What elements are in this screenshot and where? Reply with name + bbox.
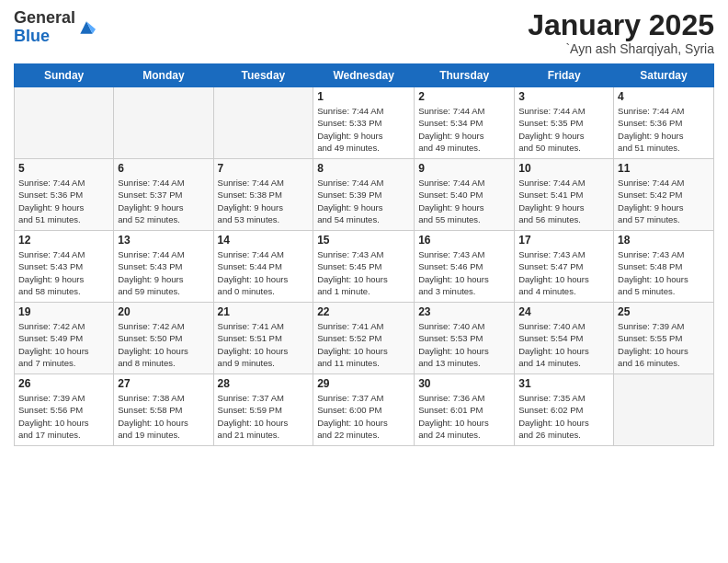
header-saturday: Saturday bbox=[614, 64, 714, 87]
day-info: Sunrise: 7:39 AM Sunset: 5:55 PM Dayligh… bbox=[618, 320, 710, 369]
day-info: Sunrise: 7:44 AM Sunset: 5:39 PM Dayligh… bbox=[317, 177, 410, 225]
day-number: 15 bbox=[317, 234, 410, 247]
calendar-cell: 24Sunrise: 7:40 AM Sunset: 5:54 PM Dayli… bbox=[515, 303, 614, 374]
day-info: Sunrise: 7:40 AM Sunset: 5:53 PM Dayligh… bbox=[418, 320, 510, 369]
day-number: 6 bbox=[118, 162, 209, 175]
day-number: 28 bbox=[218, 377, 310, 390]
day-number: 11 bbox=[618, 162, 710, 175]
calendar-cell: 8Sunrise: 7:44 AM Sunset: 5:39 PM Daylig… bbox=[313, 159, 415, 231]
calendar-cell: 21Sunrise: 7:41 AM Sunset: 5:51 PM Dayli… bbox=[213, 303, 313, 374]
day-number: 20 bbox=[118, 305, 209, 318]
day-number: 8 bbox=[317, 162, 410, 175]
day-number: 16 bbox=[418, 234, 510, 247]
day-number: 19 bbox=[18, 305, 109, 318]
day-info: Sunrise: 7:43 AM Sunset: 5:45 PM Dayligh… bbox=[317, 248, 410, 297]
calendar-cell: 25Sunrise: 7:39 AM Sunset: 5:55 PM Dayli… bbox=[614, 303, 714, 374]
day-info: Sunrise: 7:40 AM Sunset: 5:54 PM Dayligh… bbox=[518, 320, 609, 369]
day-info: Sunrise: 7:38 AM Sunset: 5:58 PM Dayligh… bbox=[118, 392, 209, 441]
calendar-cell: 19Sunrise: 7:42 AM Sunset: 5:49 PM Dayli… bbox=[15, 303, 114, 374]
logo: General Blue bbox=[14, 9, 96, 46]
day-info: Sunrise: 7:36 AM Sunset: 6:01 PM Dayligh… bbox=[418, 392, 510, 441]
day-number: 21 bbox=[218, 305, 310, 318]
day-number: 7 bbox=[218, 162, 310, 175]
calendar-cell: 31Sunrise: 7:35 AM Sunset: 6:02 PM Dayli… bbox=[515, 374, 614, 446]
calendar-cell: 26Sunrise: 7:39 AM Sunset: 5:56 PM Dayli… bbox=[15, 374, 114, 446]
day-number: 12 bbox=[18, 234, 109, 247]
day-number: 3 bbox=[518, 90, 609, 103]
logo-text: General Blue bbox=[14, 9, 96, 46]
day-info: Sunrise: 7:44 AM Sunset: 5:43 PM Dayligh… bbox=[118, 248, 209, 297]
calendar-cell: 7Sunrise: 7:44 AM Sunset: 5:38 PM Daylig… bbox=[213, 159, 313, 231]
day-info: Sunrise: 7:44 AM Sunset: 5:33 PM Dayligh… bbox=[317, 105, 410, 154]
day-info: Sunrise: 7:44 AM Sunset: 5:36 PM Dayligh… bbox=[618, 105, 710, 154]
calendar-cell: 5Sunrise: 7:44 AM Sunset: 5:36 PM Daylig… bbox=[15, 159, 114, 231]
calendar-cell: 22Sunrise: 7:41 AM Sunset: 5:52 PM Dayli… bbox=[313, 303, 415, 374]
header-tuesday: Tuesday bbox=[213, 64, 313, 87]
calendar-table: Sunday Monday Tuesday Wednesday Thursday… bbox=[14, 63, 714, 446]
calendar-cell: 16Sunrise: 7:43 AM Sunset: 5:46 PM Dayli… bbox=[415, 231, 515, 303]
day-info: Sunrise: 7:44 AM Sunset: 5:43 PM Dayligh… bbox=[18, 248, 109, 297]
day-number: 14 bbox=[218, 234, 310, 247]
day-info: Sunrise: 7:44 AM Sunset: 5:36 PM Dayligh… bbox=[18, 177, 109, 225]
calendar-cell: 4Sunrise: 7:44 AM Sunset: 5:36 PM Daylig… bbox=[614, 87, 714, 159]
day-info: Sunrise: 7:43 AM Sunset: 5:47 PM Dayligh… bbox=[518, 248, 609, 297]
header-thursday: Thursday bbox=[415, 64, 515, 87]
calendar-cell: 1Sunrise: 7:44 AM Sunset: 5:33 PM Daylig… bbox=[313, 87, 415, 159]
day-info: Sunrise: 7:44 AM Sunset: 5:42 PM Dayligh… bbox=[618, 177, 710, 225]
calendar-cell: 3Sunrise: 7:44 AM Sunset: 5:35 PM Daylig… bbox=[515, 87, 614, 159]
calendar-cell: 13Sunrise: 7:44 AM Sunset: 5:43 PM Dayli… bbox=[114, 231, 213, 303]
day-number: 22 bbox=[317, 305, 410, 318]
calendar-cell: 30Sunrise: 7:36 AM Sunset: 6:01 PM Dayli… bbox=[415, 374, 515, 446]
day-info: Sunrise: 7:41 AM Sunset: 5:51 PM Dayligh… bbox=[218, 320, 310, 369]
week-row-3: 12Sunrise: 7:44 AM Sunset: 5:43 PM Dayli… bbox=[15, 231, 714, 303]
day-info: Sunrise: 7:37 AM Sunset: 5:59 PM Dayligh… bbox=[218, 392, 310, 441]
day-number: 26 bbox=[18, 377, 109, 390]
calendar-cell bbox=[114, 87, 213, 159]
title-section: January 2025 `Ayn ash Sharqiyah, Syria bbox=[528, 9, 714, 56]
day-number: 30 bbox=[418, 377, 510, 390]
header: General Blue January 2025 `Ayn ash Sharq… bbox=[14, 9, 714, 56]
calendar-cell: 29Sunrise: 7:37 AM Sunset: 6:00 PM Dayli… bbox=[313, 374, 415, 446]
day-number: 1 bbox=[317, 90, 410, 103]
week-row-5: 26Sunrise: 7:39 AM Sunset: 5:56 PM Dayli… bbox=[15, 374, 714, 446]
day-info: Sunrise: 7:37 AM Sunset: 6:00 PM Dayligh… bbox=[317, 392, 410, 441]
day-number: 23 bbox=[418, 305, 510, 318]
day-info: Sunrise: 7:44 AM Sunset: 5:44 PM Dayligh… bbox=[218, 248, 310, 297]
calendar-header-row: Sunday Monday Tuesday Wednesday Thursday… bbox=[15, 64, 714, 87]
location-subtitle: `Ayn ash Sharqiyah, Syria bbox=[528, 41, 714, 56]
logo-icon bbox=[77, 18, 96, 37]
day-info: Sunrise: 7:43 AM Sunset: 5:48 PM Dayligh… bbox=[618, 248, 710, 297]
day-number: 10 bbox=[518, 162, 609, 175]
day-number: 24 bbox=[518, 305, 609, 318]
day-number: 18 bbox=[618, 234, 710, 247]
day-number: 31 bbox=[518, 377, 609, 390]
day-info: Sunrise: 7:41 AM Sunset: 5:52 PM Dayligh… bbox=[317, 320, 410, 369]
calendar-cell bbox=[15, 87, 114, 159]
day-info: Sunrise: 7:43 AM Sunset: 5:46 PM Dayligh… bbox=[418, 248, 510, 297]
header-wednesday: Wednesday bbox=[313, 64, 415, 87]
day-number: 27 bbox=[118, 377, 209, 390]
header-monday: Monday bbox=[114, 64, 213, 87]
calendar-cell: 11Sunrise: 7:44 AM Sunset: 5:42 PM Dayli… bbox=[614, 159, 714, 231]
page: General Blue January 2025 `Ayn ash Sharq… bbox=[0, 0, 728, 563]
week-row-4: 19Sunrise: 7:42 AM Sunset: 5:49 PM Dayli… bbox=[15, 303, 714, 374]
day-info: Sunrise: 7:44 AM Sunset: 5:41 PM Dayligh… bbox=[518, 177, 609, 225]
day-info: Sunrise: 7:42 AM Sunset: 5:50 PM Dayligh… bbox=[118, 320, 209, 369]
calendar-cell: 9Sunrise: 7:44 AM Sunset: 5:40 PM Daylig… bbox=[415, 159, 515, 231]
calendar-cell: 17Sunrise: 7:43 AM Sunset: 5:47 PM Dayli… bbox=[515, 231, 614, 303]
calendar-cell: 23Sunrise: 7:40 AM Sunset: 5:53 PM Dayli… bbox=[415, 303, 515, 374]
calendar-cell: 14Sunrise: 7:44 AM Sunset: 5:44 PM Dayli… bbox=[213, 231, 313, 303]
header-sunday: Sunday bbox=[15, 64, 114, 87]
day-info: Sunrise: 7:44 AM Sunset: 5:40 PM Dayligh… bbox=[418, 177, 510, 225]
day-number: 17 bbox=[518, 234, 609, 247]
day-number: 25 bbox=[618, 305, 710, 318]
calendar-cell: 18Sunrise: 7:43 AM Sunset: 5:48 PM Dayli… bbox=[614, 231, 714, 303]
day-info: Sunrise: 7:44 AM Sunset: 5:37 PM Dayligh… bbox=[118, 177, 209, 225]
calendar-cell: 6Sunrise: 7:44 AM Sunset: 5:37 PM Daylig… bbox=[114, 159, 213, 231]
calendar-cell: 15Sunrise: 7:43 AM Sunset: 5:45 PM Dayli… bbox=[313, 231, 415, 303]
week-row-1: 1Sunrise: 7:44 AM Sunset: 5:33 PM Daylig… bbox=[15, 87, 714, 159]
calendar-cell: 12Sunrise: 7:44 AM Sunset: 5:43 PM Dayli… bbox=[15, 231, 114, 303]
calendar-cell: 27Sunrise: 7:38 AM Sunset: 5:58 PM Dayli… bbox=[114, 374, 213, 446]
day-info: Sunrise: 7:35 AM Sunset: 6:02 PM Dayligh… bbox=[518, 392, 609, 441]
calendar-cell bbox=[213, 87, 313, 159]
